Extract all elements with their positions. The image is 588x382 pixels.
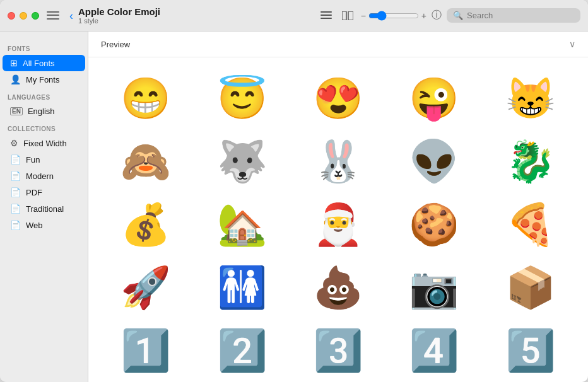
back-button[interactable]: ‹: [69, 10, 73, 21]
emoji-cell[interactable]: 😸: [486, 70, 575, 127]
emoji-cell[interactable]: 4️⃣: [389, 322, 479, 379]
emoji-cell[interactable]: 🎅: [293, 196, 383, 253]
maximize-button[interactable]: [32, 12, 39, 20]
sidebar-item-web[interactable]: 📄 Web: [3, 217, 85, 233]
emoji-cell[interactable]: 📷: [389, 259, 479, 316]
sidebar-item-fun[interactable]: 📄 Fun: [3, 151, 85, 168]
emoji-cell[interactable]: 🏡: [197, 196, 286, 253]
sidebar-item-traditional[interactable]: 📄 Traditional: [3, 200, 85, 217]
svg-rect-3: [342, 11, 346, 20]
emoji-cell[interactable]: 🍕: [486, 196, 575, 253]
emoji-cell[interactable]: 🚀: [101, 259, 191, 316]
english-label: English: [28, 107, 55, 116]
emoji-cell[interactable]: 👽: [389, 133, 479, 190]
emoji-cell[interactable]: 1️⃣: [101, 322, 191, 379]
emoji-cell[interactable]: 🐉: [486, 133, 575, 190]
font-title-area: Apple Color Emoji 1 style: [78, 6, 318, 25]
modern-icon: 📄: [10, 171, 21, 181]
sidebar-item-modern[interactable]: 📄 Modern: [3, 168, 85, 184]
size-slider-group: − +: [361, 11, 426, 21]
font-name: Apple Color Emoji: [78, 6, 318, 17]
minimize-button[interactable]: [20, 12, 27, 20]
main-content: Fonts ⊞ All Fonts 👤 My Fonts Languages E…: [0, 32, 588, 382]
preview-label: Preview: [101, 40, 130, 49]
info-button[interactable]: ⓘ: [432, 9, 442, 22]
emoji-cell[interactable]: 😁: [101, 70, 191, 127]
english-icon: EN: [10, 107, 23, 115]
my-fonts-icon: 👤: [10, 74, 21, 84]
emoji-cell[interactable]: 💩: [293, 259, 383, 316]
my-fonts-label: My Fonts: [26, 75, 59, 84]
pdf-icon: 📄: [10, 187, 21, 197]
sidebar-item-pdf[interactable]: 📄 PDF: [3, 184, 85, 200]
search-input[interactable]: [467, 11, 574, 20]
emoji-cell[interactable]: 😜: [389, 70, 479, 127]
emoji-cell[interactable]: 📦: [486, 259, 575, 316]
emoji-cell[interactable]: 💰: [101, 196, 191, 253]
sidebar-item-english[interactable]: EN English: [3, 103, 85, 119]
fixed-width-label: Fixed Width: [23, 139, 67, 148]
emoji-cell[interactable]: 5️⃣: [486, 322, 575, 379]
size-slider[interactable]: [368, 11, 419, 21]
collections-section-label: Collections: [0, 119, 88, 135]
close-button[interactable]: [8, 12, 15, 20]
titlebar: ‹ Apple Color Emoji 1 style −: [0, 0, 588, 32]
sidebar: Fonts ⊞ All Fonts 👤 My Fonts Languages E…: [0, 32, 88, 382]
traditional-icon: 📄: [10, 204, 21, 214]
emoji-cell[interactable]: 🚻: [197, 259, 286, 316]
web-label: Web: [26, 221, 43, 230]
svg-rect-0: [320, 11, 332, 13]
emoji-cell[interactable]: 🐰: [293, 133, 383, 190]
svg-rect-4: [348, 11, 353, 20]
fonts-section-label: Fonts: [0, 39, 88, 55]
sidebar-toggle-button[interactable]: [47, 11, 59, 21]
languages-section-label: Languages: [0, 88, 88, 103]
traffic-lights: [8, 12, 39, 20]
search-box: 🔍: [447, 8, 580, 23]
preview-area: Preview ∨ 😁😇😍😜😸🙈🐺🐰👽🐉💰🏡🎅🍪🍕🚀🚻💩📷📦1️⃣2️⃣3️⃣4…: [88, 32, 588, 382]
all-fonts-icon: ⊞: [10, 58, 18, 68]
emoji-cell[interactable]: 🐺: [197, 133, 286, 190]
svg-rect-2: [320, 18, 332, 19]
emoji-cell[interactable]: 3️⃣: [293, 322, 383, 379]
emoji-grid: 😁😇😍😜😸🙈🐺🐰👽🐉💰🏡🎅🍪🍕🚀🚻💩📷📦1️⃣2️⃣3️⃣4️⃣5️⃣: [88, 57, 588, 382]
slider-minus[interactable]: −: [361, 11, 366, 21]
modern-label: Modern: [26, 171, 54, 181]
sidebar-item-my-fonts[interactable]: 👤 My Fonts: [3, 71, 85, 88]
fun-label: Fun: [26, 155, 40, 165]
font-style: 1 style: [78, 17, 318, 25]
sidebar-item-fixed-width[interactable]: ⚙ Fixed Width: [3, 135, 85, 151]
fixed-width-icon: ⚙: [10, 138, 18, 148]
all-fonts-label: All Fonts: [23, 59, 55, 68]
list-view-button[interactable]: [318, 9, 334, 23]
fun-icon: 📄: [10, 154, 21, 165]
emoji-cell[interactable]: 🙈: [101, 133, 191, 190]
sidebar-item-all-fonts[interactable]: ⊞ All Fonts: [3, 55, 85, 71]
column-view-button[interactable]: [339, 9, 356, 23]
slider-plus[interactable]: +: [421, 11, 426, 21]
emoji-cell[interactable]: 2️⃣: [197, 322, 286, 379]
emoji-cell[interactable]: 😍: [293, 70, 383, 127]
emoji-cell[interactable]: 😇: [197, 70, 286, 127]
preview-chevron-icon[interactable]: ∨: [569, 39, 575, 49]
toolbar-controls: − + ⓘ 🔍: [318, 8, 580, 23]
search-icon: 🔍: [453, 11, 463, 20]
pdf-label: PDF: [26, 188, 42, 197]
emoji-cell[interactable]: 🍪: [389, 196, 479, 253]
svg-rect-1: [320, 14, 332, 16]
web-icon: 📄: [10, 220, 21, 230]
main-window: ‹ Apple Color Emoji 1 style −: [0, 0, 588, 382]
traditional-label: Traditional: [26, 204, 64, 214]
preview-header: Preview ∨: [88, 32, 588, 57]
